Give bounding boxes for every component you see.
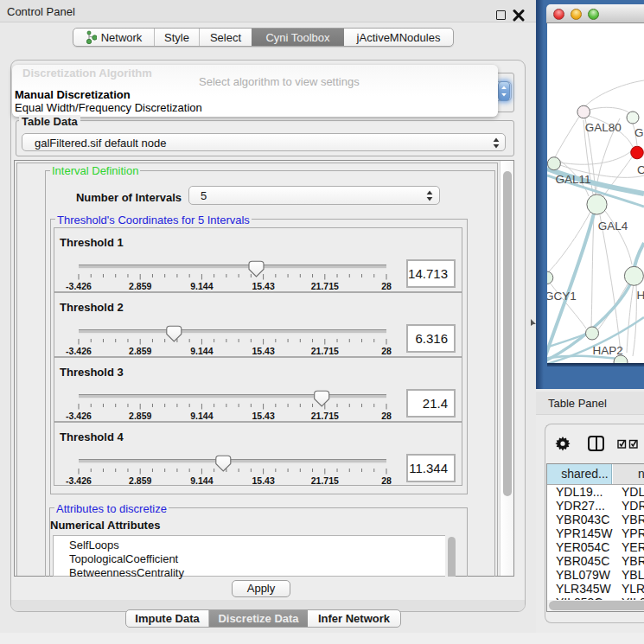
svg-text:GAL11: GAL11 <box>555 173 590 186</box>
svg-text:HAP2: HAP2 <box>593 344 623 357</box>
svg-text:H: H <box>637 289 644 302</box>
svg-text:GAL4: GAL4 <box>598 220 628 233</box>
svg-text:GCY1: GCY1 <box>547 290 577 303</box>
svg-text:GAL80: GAL80 <box>585 121 622 134</box>
svg-text:C: C <box>637 163 644 176</box>
svg-text:G.: G. <box>634 126 644 139</box>
